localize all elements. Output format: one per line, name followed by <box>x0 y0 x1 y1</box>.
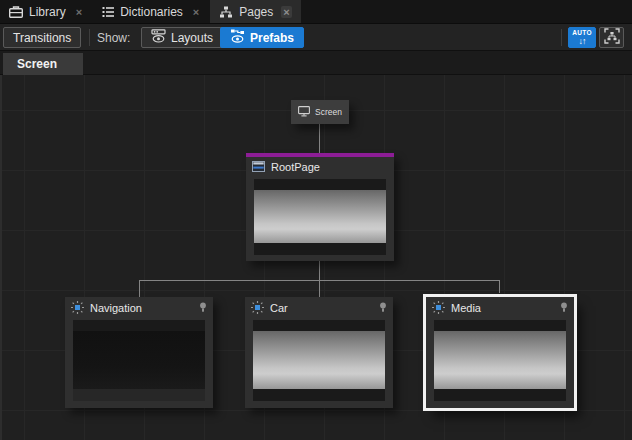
edge-screen-rootpage <box>319 124 320 153</box>
pages-toolbar: Transitions Show: Layouts Prefabs AUTO ↓… <box>0 24 632 51</box>
page-graph-canvas[interactable]: Screen RootPage Navigation <box>0 75 632 440</box>
node-rootpage[interactable]: RootPage <box>246 153 394 261</box>
tab-library[interactable]: Library × <box>0 0 93 23</box>
close-icon[interactable]: × <box>281 6 291 18</box>
node-label: RootPage <box>271 161 320 173</box>
document-tab-bar: Library × Dictionaries × Pages × <box>0 0 632 24</box>
node-navigation[interactable]: Navigation <box>65 297 213 408</box>
auto-arrange-button[interactable]: AUTO ↓↑ <box>568 27 596 48</box>
show-label: Show: <box>97 31 130 45</box>
eye-hierarchy-icon <box>230 29 245 46</box>
close-icon[interactable]: × <box>191 6 201 18</box>
edge-rootpage-stem <box>319 261 320 281</box>
hierarchy-icon <box>219 6 233 18</box>
edge-drop-media <box>499 280 500 293</box>
layouts-toggle-button[interactable]: Layouts <box>141 27 223 48</box>
node-header: Car <box>245 298 393 318</box>
node-car[interactable]: Car <box>245 297 393 408</box>
subtab-screen[interactable]: Screen <box>3 53 83 75</box>
toolbox-icon <box>9 6 23 18</box>
close-icon[interactable]: × <box>74 6 84 18</box>
tab-dictionaries[interactable]: Dictionaries × <box>93 0 210 23</box>
subtab-screen-label: Screen <box>17 57 57 71</box>
pages-editor-window: Library × Dictionaries × Pages × Transit… <box>0 0 632 440</box>
toolbar-separator <box>561 29 562 46</box>
lightbulb-icon[interactable] <box>560 302 568 315</box>
fit-view-button[interactable] <box>599 27 624 48</box>
layouts-label: Layouts <box>171 31 213 45</box>
node-header: Media <box>426 298 574 318</box>
tab-pages[interactable]: Pages × <box>210 0 300 23</box>
prefab-target-icon <box>71 301 84 316</box>
node-header: Navigation <box>65 298 213 318</box>
prefabs-label: Prefabs <box>250 31 294 45</box>
window-icon <box>252 161 265 174</box>
node-thumbnail <box>434 320 566 401</box>
thumbnail-image <box>434 331 566 389</box>
thumbnail-footer-strip <box>73 389 205 401</box>
node-media[interactable]: Media <box>426 297 574 408</box>
thumbnail-image <box>254 190 386 243</box>
monitor-icon <box>298 106 310 119</box>
lightbulb-icon[interactable] <box>379 302 387 315</box>
transitions-button[interactable]: Transitions <box>3 27 81 48</box>
node-label: Car <box>270 302 288 314</box>
lightbulb-icon[interactable] <box>199 302 207 315</box>
screen-breadcrumb-row: Screen <box>0 51 632 75</box>
node-label: Media <box>451 302 481 314</box>
node-thumbnail <box>73 320 205 401</box>
thumbnail-image <box>253 331 385 389</box>
node-header: RootPage <box>246 157 394 177</box>
eye-layout-icon <box>151 29 166 46</box>
prefab-target-icon <box>432 301 445 316</box>
tab-label: Dictionaries <box>120 5 183 19</box>
node-thumbnail <box>254 179 386 255</box>
auto-arrows-icon: ↓↑ <box>579 36 586 46</box>
tab-label: Library <box>29 5 66 19</box>
edge-drop-navigation <box>139 280 140 297</box>
fit-view-icon <box>604 28 620 47</box>
prefab-target-icon <box>251 301 264 316</box>
thumbnail-image <box>73 331 205 389</box>
toolbar-separator <box>89 29 90 46</box>
node-label: Navigation <box>90 302 142 314</box>
transitions-label: Transitions <box>13 31 71 45</box>
node-thumbnail <box>253 320 385 401</box>
node-screen[interactable]: Screen <box>291 100 349 124</box>
tab-label: Pages <box>239 5 273 19</box>
auto-label: AUTO <box>572 29 592 36</box>
list-icon <box>102 6 114 18</box>
node-label: Screen <box>315 107 342 117</box>
edge-drop-car <box>319 280 320 297</box>
prefabs-toggle-button[interactable]: Prefabs <box>220 27 304 48</box>
